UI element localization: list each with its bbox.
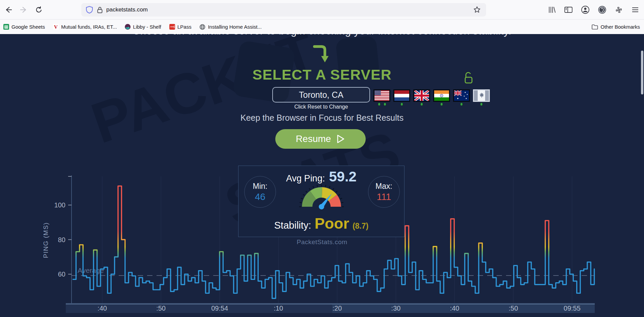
globe-icon bbox=[199, 24, 205, 30]
forward-button[interactable] bbox=[19, 5, 29, 15]
y-tick-label: 100 bbox=[54, 201, 65, 209]
other-bookmarks-button[interactable]: Other Bookmarks bbox=[591, 24, 640, 30]
stats-panel: Avg Ping: 59.2 Min: 46 Max: 111 Stabilit… bbox=[238, 166, 404, 237]
server-flag-us[interactable] bbox=[373, 89, 390, 102]
bookmark-label: Google Sheets bbox=[11, 24, 45, 30]
gauge-tick bbox=[306, 191, 307, 192]
max-value: 111 bbox=[377, 192, 391, 202]
browser-toolbar: packetstats.com bbox=[0, 0, 644, 20]
min-value: 46 bbox=[255, 192, 265, 202]
play-icon bbox=[336, 134, 345, 144]
page-heading: Choose an available server to begin chec… bbox=[0, 34, 644, 37]
max-label: Max: bbox=[375, 182, 392, 191]
selected-server-box[interactable]: Toronto, CA bbox=[272, 87, 370, 103]
folder-icon bbox=[591, 24, 598, 30]
bookmark-item[interactable]: Google Sheets bbox=[3, 24, 45, 30]
min-label: Min: bbox=[253, 182, 267, 191]
server-online-dot bbox=[400, 103, 403, 106]
y-tick-label: 60 bbox=[58, 270, 65, 278]
bookmark-item[interactable]: Installing Home Assist... bbox=[199, 24, 261, 30]
url-text[interactable]: packetstats.com bbox=[106, 6, 148, 13]
gauge-tick bbox=[340, 198, 342, 199]
padlock-icon[interactable] bbox=[97, 6, 103, 13]
bookmark-star-icon[interactable] bbox=[473, 6, 481, 13]
gauge-tick bbox=[301, 198, 303, 199]
server-flag-nl[interactable] bbox=[393, 89, 410, 102]
x-tick-label: :40 bbox=[97, 305, 107, 312]
sidebar-icon[interactable] bbox=[564, 6, 573, 14]
unlocked-padlock-icon bbox=[463, 71, 473, 84]
library-icon[interactable] bbox=[548, 6, 556, 14]
average-line-label: Average bbox=[78, 266, 104, 274]
gauge-tick bbox=[329, 186, 330, 188]
min-ping-badge: Min: 46 bbox=[244, 176, 276, 208]
stability-value: Poor bbox=[314, 215, 349, 232]
server-flag-uk[interactable] bbox=[413, 89, 430, 102]
svg-text:V: V bbox=[54, 24, 58, 30]
resume-button[interactable]: Resume bbox=[275, 129, 366, 149]
bookmarks-bar: Google SheetsVMutual funds, IRAs, ET...L… bbox=[0, 20, 644, 34]
resume-button-label: Resume bbox=[296, 134, 331, 144]
vanguard-icon: V bbox=[53, 24, 59, 30]
gauge-tick bbox=[341, 202, 343, 203]
bookmark-item[interactable]: LPass bbox=[169, 24, 192, 30]
stability-row: Stability: Poor (8.7) bbox=[239, 215, 404, 232]
server-flag-list bbox=[373, 89, 490, 102]
server-online-dot bbox=[480, 103, 483, 106]
tracking-shield-icon[interactable] bbox=[86, 6, 93, 13]
toolbar-right-icons bbox=[548, 4, 639, 15]
x-tick-label: :40 bbox=[450, 305, 459, 312]
lpass-icon bbox=[169, 24, 175, 30]
focus-note: Keep the Browser in Focus for Best Resul… bbox=[0, 113, 644, 123]
duckduckgo-extension-icon[interactable] bbox=[598, 5, 607, 14]
browser-window: PACKET STATS Choose an available server … bbox=[0, 0, 644, 317]
reload-button[interactable] bbox=[34, 5, 44, 15]
x-tick-label: :20 bbox=[332, 305, 342, 312]
menu-hamburger-icon[interactable] bbox=[631, 6, 639, 14]
bookmark-item[interactable]: Libby - Shelf bbox=[125, 24, 161, 30]
web-page: PACKET STATS Choose an available server … bbox=[0, 34, 644, 317]
back-button[interactable] bbox=[3, 5, 13, 15]
gauge-tick bbox=[333, 188, 334, 190]
bookmark-label: Libby - Shelf bbox=[133, 24, 161, 30]
x-tick-label: 09:55 bbox=[564, 305, 581, 312]
account-icon[interactable] bbox=[581, 5, 590, 14]
server-online-dot bbox=[460, 103, 463, 106]
bookmark-label: Installing Home Assist... bbox=[208, 24, 261, 30]
server-flag-au[interactable] bbox=[453, 89, 470, 102]
gauge-tick bbox=[317, 185, 317, 187]
server-flag-ca[interactable] bbox=[473, 89, 490, 102]
bookmark-label: Mutual funds, IRAs, ET... bbox=[61, 24, 117, 30]
x-tick-label: 09:54 bbox=[211, 305, 228, 312]
sheets-icon bbox=[3, 24, 9, 30]
x-tick-label: :30 bbox=[391, 305, 401, 312]
libby-icon bbox=[125, 24, 131, 30]
max-ping-badge: Max: 111 bbox=[368, 176, 400, 208]
gauge-tick bbox=[309, 188, 310, 190]
reset-hint: Click Reset to Change bbox=[272, 104, 370, 110]
gauge-tick bbox=[303, 194, 305, 195]
selected-server-label: Toronto, CA bbox=[299, 90, 343, 100]
address-bar[interactable]: packetstats.com bbox=[81, 3, 486, 17]
down-arrow-icon bbox=[312, 44, 332, 66]
x-tick-label: :50 bbox=[156, 305, 166, 312]
x-axis-strip-highlight bbox=[332, 304, 595, 313]
server-online-dot bbox=[384, 103, 386, 106]
page-scrollbar-thumb[interactable] bbox=[641, 51, 643, 94]
server-flag-in[interactable] bbox=[433, 89, 450, 102]
extensions-puzzle-icon[interactable] bbox=[615, 6, 623, 14]
stability-label: Stability: bbox=[274, 220, 311, 231]
server-online-dot bbox=[420, 103, 423, 106]
server-online-dot bbox=[440, 103, 443, 106]
gauge-tick bbox=[313, 186, 314, 188]
gauge-tick bbox=[300, 202, 302, 203]
other-bookmarks-label: Other Bookmarks bbox=[600, 24, 640, 30]
bookmark-label: LPass bbox=[177, 24, 192, 30]
bookmark-item[interactable]: VMutual funds, IRAs, ET... bbox=[53, 24, 117, 30]
stability-score: (8.7) bbox=[353, 222, 368, 231]
gauge-tick bbox=[326, 185, 326, 187]
stability-gauge bbox=[292, 177, 351, 211]
gauge-tick bbox=[336, 191, 337, 192]
site-brand: PacketStats.com bbox=[0, 238, 644, 246]
server-online-dot bbox=[378, 103, 381, 106]
